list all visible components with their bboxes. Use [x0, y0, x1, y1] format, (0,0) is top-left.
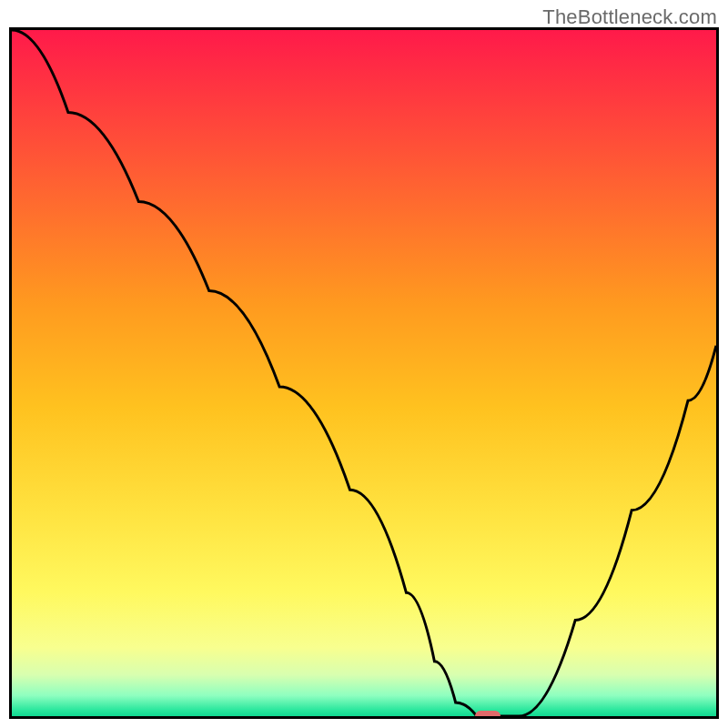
plot-area	[9, 27, 719, 719]
watermark-text: TheBottleneck.com	[542, 5, 717, 29]
bottleneck-curve	[12, 30, 716, 716]
chart-container: TheBottleneck.com	[0, 0, 728, 728]
curve-path	[12, 30, 716, 716]
optimum-marker	[475, 711, 500, 719]
